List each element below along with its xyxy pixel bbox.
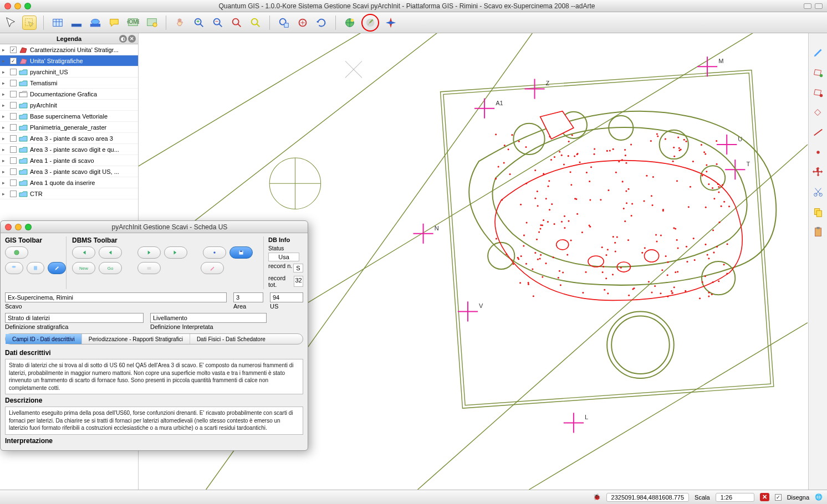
zoom-out-icon[interactable]: − — [211, 16, 225, 30]
minimize-window-icon[interactable] — [14, 3, 21, 9]
expand-icon[interactable]: ▸ — [2, 191, 8, 197]
layer-visibility-checkbox[interactable] — [10, 146, 17, 153]
stop-render-icon[interactable]: ✕ — [760, 493, 769, 501]
brush-highlighted-icon[interactable] — [361, 14, 379, 32]
select-rect-icon[interactable] — [22, 16, 37, 30]
nav-first-button[interactable] — [72, 246, 95, 259]
expand-icon[interactable]: ▸ — [2, 147, 8, 152]
expand-icon[interactable]: ▸ — [2, 125, 8, 130]
layer-visibility-checkbox[interactable] — [10, 91, 17, 97]
dialog-close-icon[interactable] — [5, 224, 12, 230]
expand-icon[interactable]: ▸ — [2, 80, 8, 86]
layer-visibility-checkbox[interactable] — [10, 47, 17, 53]
expand-icon[interactable]: ▸ — [2, 114, 8, 119]
layer-row[interactable]: ▸Documentazione Grafica — [0, 89, 138, 100]
move-feature-icon[interactable] — [812, 166, 824, 178]
layer-row[interactable]: ▸Area 3 - piante scavo digit US, ... — [0, 166, 138, 177]
gis-edit-button[interactable] — [48, 262, 66, 274]
layer-visibility-checkbox[interactable] — [10, 124, 17, 131]
layer-visibility-checkbox[interactable] — [10, 168, 17, 175]
layer-row[interactable]: ▸Area 1 quote da inserire — [0, 177, 138, 188]
layer-row[interactable]: ▸pyarchinit_US — [0, 66, 138, 78]
expand-icon[interactable]: ▸ — [2, 158, 8, 163]
expand-icon[interactable]: ▸ — [2, 169, 8, 174]
edit-record-button[interactable] — [201, 262, 224, 274]
pointer-icon[interactable] — [3, 16, 18, 30]
reshape-icon[interactable] — [812, 106, 824, 119]
layer-visibility-checkbox[interactable] — [10, 191, 17, 197]
descrizione-box[interactable]: Livellamento eseguito prima della posa d… — [5, 407, 303, 435]
zoom-layer-icon[interactable] — [277, 16, 291, 30]
record-dot-button[interactable] — [203, 246, 226, 259]
layer-row[interactable]: ▸CTR — [0, 188, 138, 199]
layer-visibility-checkbox[interactable] — [10, 80, 17, 86]
tab-periodizzazione[interactable]: Periodizzazione - Rapporti Stratigrafici — [82, 334, 190, 344]
layer-visibility-checkbox[interactable] — [10, 157, 17, 164]
split-line-icon[interactable] — [812, 126, 824, 138]
expand-icon[interactable]: ▸ — [2, 136, 8, 141]
layer-row[interactable]: ▸Caratterizzazioni Unita' Stratigr... — [0, 44, 138, 55]
expand-icon[interactable]: ▸ — [2, 47, 8, 53]
tab-dati-fisici[interactable]: Dati Fisici - Dati Schedatore — [190, 334, 272, 344]
capture-feature-icon[interactable] — [812, 66, 824, 79]
descrizione-strato-box[interactable]: Strato di laterizi che si trova al di so… — [5, 359, 303, 394]
delete-feature-icon[interactable] — [812, 86, 824, 99]
layer-row[interactable]: ▸Base supercinema Vettoriale — [0, 111, 138, 122]
layer-row[interactable]: ▸Area 3 - piante scavo digit e qu... — [0, 144, 138, 155]
expand-icon[interactable]: ▸ — [2, 102, 8, 108]
projection-icon[interactable]: 🌐 — [815, 493, 823, 501]
tab-campi-id[interactable]: Campi ID - Dati descrittivi — [6, 334, 82, 344]
compass-icon[interactable] — [384, 16, 398, 30]
scale-input[interactable] — [716, 493, 754, 502]
bug-icon[interactable]: 🐞 — [593, 493, 601, 501]
us-input[interactable] — [270, 292, 303, 302]
nav-last-button[interactable] — [164, 246, 187, 259]
copy-icon[interactable] — [812, 206, 824, 218]
gis-note-button[interactable] — [27, 262, 45, 274]
layer-visibility-checkbox[interactable] — [10, 69, 17, 75]
legend-collapse-icon[interactable]: ◐ — [119, 35, 127, 43]
refresh-icon[interactable] — [314, 16, 329, 30]
expand-icon[interactable]: ▸ — [2, 180, 8, 186]
folder-button[interactable] — [137, 262, 161, 274]
save-button[interactable] — [229, 246, 253, 259]
zoom-full-icon[interactable] — [295, 16, 310, 30]
def-strat-select[interactable]: Strato di laterizi — [5, 313, 144, 323]
layer-row[interactable]: ▸Area 1 - piante di scavo — [0, 155, 138, 166]
draw-pencil-icon[interactable] — [812, 47, 824, 59]
layer-row[interactable]: ▸Tematismi — [0, 78, 138, 89]
gis-world-button[interactable] — [5, 246, 28, 259]
expand-icon[interactable]: ▸ — [2, 69, 8, 75]
dialog-zoom-icon[interactable] — [25, 224, 32, 230]
layer-visibility-checkbox[interactable] — [10, 179, 17, 186]
nav-prev-button[interactable] — [99, 246, 122, 259]
close-window-icon[interactable] — [4, 3, 11, 9]
pan-hand-icon[interactable] — [173, 16, 187, 30]
nav-next-button[interactable] — [137, 246, 161, 259]
home-icon[interactable]: HOME — [126, 16, 140, 30]
ruler-area-icon[interactable] — [88, 16, 103, 30]
title-button-1[interactable] — [804, 3, 811, 9]
cut-icon[interactable] — [812, 186, 824, 198]
scavo-select[interactable]: Ex-Supercinema, Rimini — [5, 292, 227, 302]
expand-icon[interactable]: ▸ — [2, 58, 8, 64]
new-button[interactable]: New — [72, 262, 95, 274]
world-layer-icon[interactable] — [343, 16, 357, 30]
layer-visibility-checkbox[interactable] — [10, 102, 17, 109]
zoom-window-icon[interactable] — [24, 3, 31, 9]
zoom-sel-icon[interactable] — [248, 16, 263, 30]
layer-row[interactable]: ▸pyArchInit — [0, 100, 138, 111]
layer-row[interactable]: ▸Unita' Stratigrafiche — [0, 55, 138, 66]
layer-row[interactable]: ▸Area 3 - piante di scavo area 3 — [0, 133, 138, 144]
def-interp-select[interactable]: Livellamento — [150, 313, 267, 323]
table-icon[interactable] — [50, 16, 65, 30]
legend-close-icon[interactable]: ✕ — [128, 35, 136, 43]
dialog-minimize-icon[interactable] — [15, 224, 22, 230]
zoom-in-icon[interactable]: + — [192, 16, 206, 30]
go-button[interactable]: Go — [99, 262, 122, 274]
area-select[interactable]: 3 — [233, 292, 263, 302]
render-checkbox[interactable] — [775, 494, 782, 501]
layer-visibility-checkbox[interactable] — [10, 58, 17, 64]
zoom-box-icon[interactable] — [229, 16, 244, 30]
paste-icon[interactable] — [812, 226, 824, 238]
